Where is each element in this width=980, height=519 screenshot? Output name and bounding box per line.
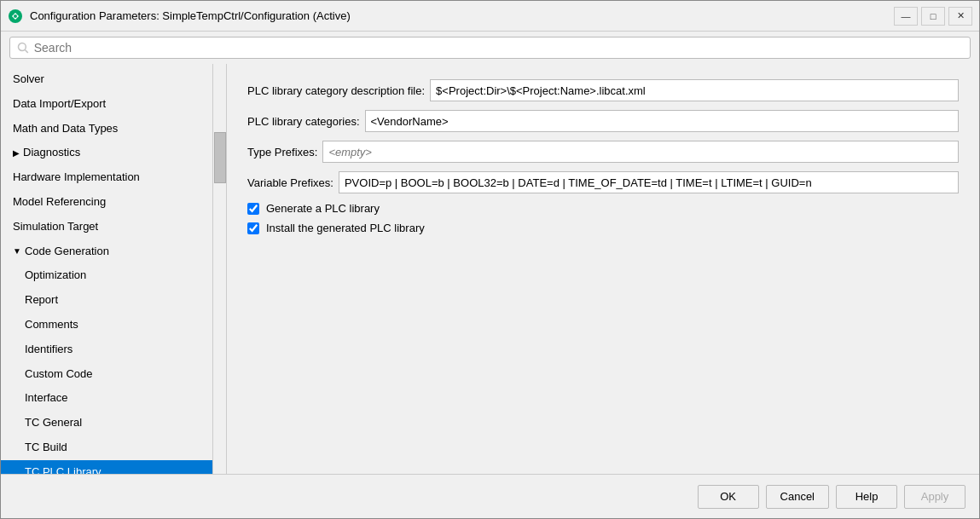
search-bar	[1, 32, 979, 64]
content-panel: PLC library category description file: P…	[227, 64, 979, 474]
main-content: Solver Data Import/Export Math and Data …	[1, 64, 979, 474]
window-controls: — □ ✕	[894, 7, 972, 26]
sidebar-item-code-generation[interactable]: ▼Code Generation	[1, 239, 212, 264]
sidebar-item-report[interactable]: Report	[1, 288, 212, 313]
sidebar-item-diagnostics[interactable]: ▶Diagnostics	[1, 141, 212, 165]
type-prefixes-row: Type Prefixes:	[247, 141, 959, 163]
search-input[interactable]	[34, 41, 963, 55]
minimize-button[interactable]: —	[894, 7, 918, 26]
variable-prefixes-row: Variable Prefixes:	[247, 171, 959, 193]
diagnostics-arrow-icon: ▶	[13, 147, 20, 160]
sidebar-item-tc-general[interactable]: TC General	[1, 411, 212, 435]
plc-library-category-input[interactable]	[430, 79, 959, 101]
install-plc-checkbox[interactable]	[247, 222, 259, 234]
sidebar: Solver Data Import/Export Math and Data …	[1, 64, 227, 474]
main-window: Configuration Parameters: SimpleTempCtrl…	[0, 0, 980, 519]
type-prefixes-input[interactable]	[322, 141, 959, 163]
svg-line-3	[25, 49, 27, 52]
plc-library-categories-label: PLC library categories:	[247, 115, 360, 128]
cancel-button[interactable]: Cancel	[766, 485, 829, 509]
sidebar-item-comments[interactable]: Comments	[1, 313, 212, 337]
plc-library-categories-input[interactable]	[365, 110, 960, 132]
sidebar-scrollbar[interactable]	[212, 64, 226, 474]
plc-library-category-row: PLC library category description file:	[247, 79, 959, 101]
sidebar-list: Solver Data Import/Export Math and Data …	[1, 64, 226, 474]
titlebar: Configuration Parameters: SimpleTempCtrl…	[1, 1, 979, 32]
plc-library-category-label: PLC library category description file:	[247, 84, 425, 97]
code-generation-arrow-icon: ▼	[13, 245, 21, 258]
sidebar-item-solver[interactable]: Solver	[1, 67, 212, 92]
search-input-wrap	[9, 37, 971, 59]
svg-point-1	[14, 14, 17, 18]
search-icon	[17, 42, 29, 54]
window-title: Configuration Parameters: SimpleTempCtrl…	[30, 9, 894, 22]
generate-plc-row: Generate a PLC library	[247, 202, 959, 215]
generate-plc-checkbox[interactable]	[247, 203, 259, 215]
sidebar-item-optimization[interactable]: Optimization	[1, 263, 212, 288]
sidebar-item-hardware-implementation[interactable]: Hardware Implementation	[1, 165, 212, 190]
sidebar-item-custom-code[interactable]: Custom Code	[1, 362, 212, 387]
sidebar-item-math-and-data-types[interactable]: Math and Data Types	[1, 117, 212, 141]
install-plc-row: Install the generated PLC library	[247, 222, 959, 234]
install-plc-label[interactable]: Install the generated PLC library	[266, 222, 425, 234]
svg-point-2	[18, 43, 26, 51]
variable-prefixes-label: Variable Prefixes:	[247, 176, 333, 189]
apply-button[interactable]: Apply	[904, 485, 966, 509]
plc-library-categories-row: PLC library categories:	[247, 110, 959, 132]
app-icon	[8, 9, 23, 24]
maximize-button[interactable]: □	[921, 7, 945, 26]
type-prefixes-label: Type Prefixes:	[247, 146, 317, 159]
sidebar-item-data-import-export[interactable]: Data Import/Export	[1, 92, 212, 117]
close-button[interactable]: ✕	[948, 7, 972, 26]
ok-button[interactable]: OK	[698, 485, 759, 509]
variable-prefixes-input[interactable]	[339, 171, 959, 193]
help-button[interactable]: Help	[836, 485, 897, 509]
sidebar-item-model-referencing[interactable]: Model Referencing	[1, 190, 212, 215]
sidebar-item-tc-build[interactable]: TC Build	[1, 435, 212, 460]
sidebar-item-interface[interactable]: Interface	[1, 386, 212, 411]
sidebar-item-identifiers[interactable]: Identifiers	[1, 337, 212, 362]
bottom-bar: OK Cancel Help Apply	[1, 474, 979, 518]
generate-plc-label[interactable]: Generate a PLC library	[266, 202, 380, 215]
sidebar-scrollbar-thumb[interactable]	[214, 132, 226, 183]
sidebar-item-simulation-target[interactable]: Simulation Target	[1, 215, 212, 239]
sidebar-item-tc-plc-library[interactable]: TC PLC Library	[1, 460, 212, 474]
